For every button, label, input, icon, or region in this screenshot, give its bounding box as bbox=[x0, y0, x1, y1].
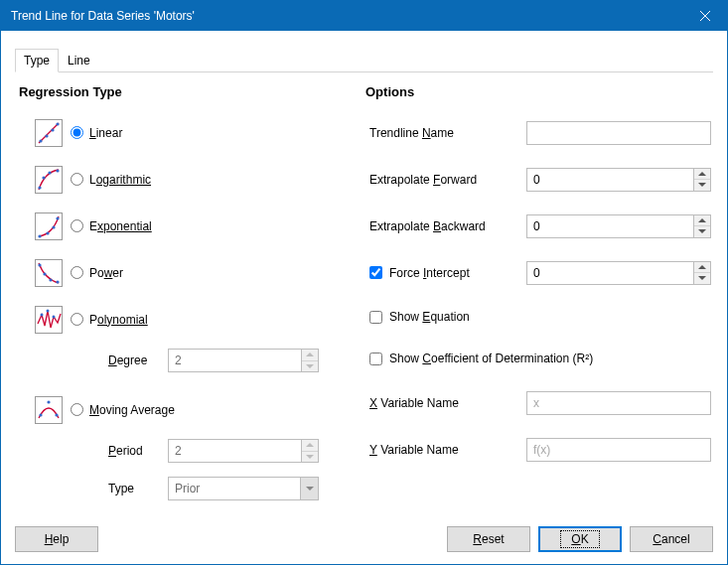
degree-spinner bbox=[168, 349, 319, 372]
svg-point-27 bbox=[47, 400, 50, 403]
extrap-backward-down[interactable] bbox=[694, 226, 710, 237]
regression-power-row: Power bbox=[35, 249, 364, 296]
yvar-label: Y Variable Name bbox=[369, 443, 526, 457]
period-down bbox=[302, 452, 318, 463]
regression-ma-radio[interactable] bbox=[71, 403, 83, 416]
regression-log-radio[interactable] bbox=[71, 173, 83, 186]
svg-point-10 bbox=[56, 169, 59, 172]
tab-content: Regression Type Linear Logarithmic Expon… bbox=[1, 72, 727, 514]
extrap-forward-spinner[interactable] bbox=[526, 168, 711, 192]
force-intercept-input[interactable] bbox=[527, 262, 693, 284]
power-icon bbox=[35, 259, 63, 287]
dialog-buttons: Help Reset OK Cancel bbox=[0, 526, 728, 552]
regression-poly-row: Polynomial bbox=[35, 296, 364, 343]
tab-type[interactable]: Type bbox=[15, 49, 59, 72]
polynomial-icon bbox=[35, 306, 63, 334]
extrap-backward-input[interactable] bbox=[527, 215, 693, 237]
trendline-name-row: Trendline Name bbox=[369, 109, 711, 156]
svg-point-4 bbox=[51, 128, 54, 131]
svg-point-8 bbox=[42, 176, 45, 179]
period-up bbox=[302, 440, 318, 452]
degree-up bbox=[302, 350, 318, 361]
close-icon bbox=[700, 11, 710, 21]
regression-log-label[interactable]: Logarithmic bbox=[89, 173, 151, 187]
force-intercept-label[interactable]: Force Intercept bbox=[389, 266, 470, 280]
regression-ma-label[interactable]: Moving Average bbox=[89, 403, 175, 417]
svg-point-26 bbox=[39, 413, 42, 416]
show-r2-label[interactable]: Show Coefficient of Determination (R²) bbox=[389, 352, 593, 365]
svg-point-3 bbox=[45, 134, 48, 137]
extrap-backward-up[interactable] bbox=[694, 215, 710, 227]
trendline-name-input[interactable] bbox=[526, 121, 711, 145]
period-field: Period bbox=[108, 439, 364, 463]
force-intercept-down[interactable] bbox=[694, 273, 710, 284]
period-spinner bbox=[168, 439, 319, 463]
help-button[interactable]: Help bbox=[15, 526, 98, 552]
svg-point-15 bbox=[56, 216, 59, 219]
chevron-down-icon bbox=[300, 478, 318, 499]
regression-linear-label[interactable]: Linear bbox=[89, 126, 122, 140]
regression-linear-row: Linear bbox=[35, 109, 364, 156]
extrap-forward-up[interactable] bbox=[694, 169, 710, 181]
period-input bbox=[169, 440, 301, 462]
linear-icon bbox=[35, 119, 63, 147]
trendline-name-label: Trendline Name bbox=[369, 126, 526, 140]
regression-exp-label[interactable]: Exponential bbox=[89, 219, 152, 233]
show-r2-row: Show Coefficient of Determination (R²) bbox=[369, 338, 711, 379]
force-intercept-checkbox[interactable] bbox=[369, 266, 382, 279]
close-button[interactable] bbox=[682, 1, 727, 31]
svg-point-23 bbox=[47, 309, 50, 312]
ma-type-field: Type Prior bbox=[108, 477, 364, 500]
logarithmic-icon bbox=[35, 166, 63, 194]
extrap-backward-row: Extrapolate Backward bbox=[369, 203, 711, 249]
regression-power-label[interactable]: Power bbox=[89, 266, 123, 280]
svg-point-19 bbox=[49, 278, 52, 281]
force-intercept-row: Force Intercept bbox=[369, 249, 711, 296]
tab-bar: Type Line bbox=[15, 49, 713, 72]
regression-power-radio[interactable] bbox=[71, 266, 83, 279]
yvar-input[interactable] bbox=[526, 438, 711, 462]
degree-field: Degree bbox=[108, 349, 364, 372]
ma-type-value: Prior bbox=[175, 482, 200, 495]
show-r2-checkbox[interactable] bbox=[369, 353, 382, 365]
yvar-row: Y Variable Name bbox=[369, 426, 711, 473]
show-equation-label[interactable]: Show Equation bbox=[389, 310, 470, 324]
degree-down bbox=[302, 361, 318, 372]
titlebar: Trend Line for Data Series 'Motors' bbox=[1, 1, 727, 31]
extrap-forward-input[interactable] bbox=[527, 169, 693, 191]
extrap-forward-label: Extrapolate Forward bbox=[369, 173, 526, 187]
xvar-label: X Variable Name bbox=[369, 396, 526, 410]
svg-point-2 bbox=[39, 139, 42, 142]
extrap-forward-row: Extrapolate Forward bbox=[369, 156, 711, 203]
svg-point-14 bbox=[52, 225, 55, 228]
exponential-icon bbox=[35, 212, 63, 240]
regression-linear-radio[interactable] bbox=[71, 126, 83, 139]
regression-ma-row: Moving Average bbox=[35, 386, 364, 433]
regression-log-row: Logarithmic bbox=[35, 156, 364, 203]
extrap-backward-label: Extrapolate Backward bbox=[369, 219, 526, 233]
degree-input bbox=[169, 350, 301, 371]
svg-point-12 bbox=[38, 234, 41, 237]
xvar-input[interactable] bbox=[526, 391, 711, 415]
cancel-button[interactable]: Cancel bbox=[630, 526, 713, 552]
ok-button[interactable]: OK bbox=[538, 526, 622, 552]
tab-line[interactable]: Line bbox=[59, 49, 99, 72]
regression-poly-label[interactable]: Polynomial bbox=[89, 313, 148, 327]
regression-exp-radio[interactable] bbox=[71, 219, 83, 232]
svg-point-5 bbox=[56, 122, 59, 125]
period-label: Period bbox=[108, 444, 168, 458]
options-section: Options Trendline Name Extrapolate Forwa… bbox=[364, 84, 711, 514]
svg-point-28 bbox=[55, 413, 58, 416]
svg-point-18 bbox=[43, 272, 46, 275]
xvar-row: X Variable Name bbox=[369, 379, 711, 426]
force-intercept-spinner[interactable] bbox=[526, 261, 711, 285]
svg-point-13 bbox=[46, 231, 49, 234]
extrap-forward-down[interactable] bbox=[694, 180, 710, 191]
force-intercept-label-group: Force Intercept bbox=[369, 266, 526, 280]
degree-label: Degree bbox=[108, 353, 168, 367]
reset-button[interactable]: Reset bbox=[447, 526, 530, 552]
force-intercept-up[interactable] bbox=[694, 262, 710, 274]
regression-poly-radio[interactable] bbox=[71, 313, 83, 326]
show-equation-checkbox[interactable] bbox=[369, 311, 382, 324]
extrap-backward-spinner[interactable] bbox=[526, 214, 711, 238]
